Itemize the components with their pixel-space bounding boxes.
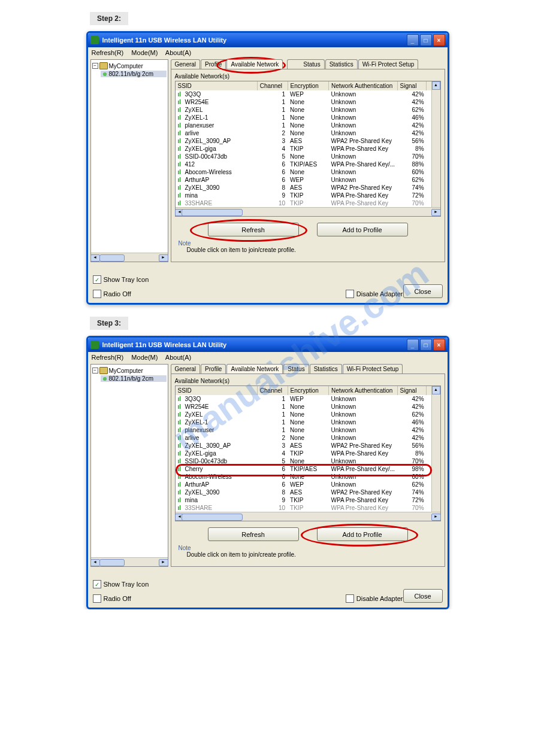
table-row[interactable]: ılarlive2NoneUnknown42% — [176, 129, 440, 137]
signal-icon: ıl — [178, 435, 185, 441]
radio-off-checkbox[interactable]: Radio Off — [93, 290, 298, 298]
col-signal[interactable]: Signal — [397, 81, 426, 90]
table-row[interactable]: ılZyXEL_30908AESWPA2 Pre-Shared Key74% — [176, 488, 440, 496]
table-row[interactable]: ılAbocom-Wireless6NoneUnknown60% — [176, 168, 440, 176]
table-row[interactable]: ılmina9TKIPWPA Pre-Shared Key72% — [176, 496, 440, 504]
scroll-up-icon[interactable]: ▲ — [432, 386, 440, 394]
tree-root[interactable]: − MyComputer — [92, 367, 167, 374]
minimize-button[interactable]: _ — [407, 34, 419, 46]
menu-mode[interactable]: Mode(M) — [131, 49, 158, 56]
tree-child[interactable]: 802.11n/b/g 2cm — [101, 71, 167, 77]
tab-profile[interactable]: Profile — [201, 59, 226, 69]
table-row[interactable]: ılSSID-00c473db5NoneUnknown70% — [176, 457, 440, 465]
tab-general[interactable]: General — [171, 59, 201, 69]
scroll-left-icon[interactable]: ◄ — [90, 254, 100, 262]
maximize-button[interactable]: □ — [420, 339, 432, 351]
show-tray-checkbox[interactable]: ✓ Show Tray Icon — [93, 580, 298, 588]
tab-status[interactable]: Status — [287, 59, 324, 69]
tab-wifi-protect[interactable]: Wi-Fi Protect Setup — [358, 59, 419, 69]
scroll-right-icon[interactable]: ► — [431, 514, 441, 521]
table-row[interactable]: ılarlive2NoneUnknown42% — [176, 434, 440, 442]
table-row[interactable]: ılZyXEL_30908AESWPA2 Pre-Shared Key74% — [176, 184, 440, 192]
table-row[interactable]: ılZyXEL-giga4TKIPWPA Pre-Shared Key8% — [176, 450, 440, 457]
menu-about[interactable]: About(A) — [165, 49, 191, 56]
tab-status[interactable]: Status — [283, 364, 309, 374]
table-row[interactable]: ılZyXEL-giga4TKIPWPA Pre-Shared Key8% — [176, 145, 440, 153]
tree-scrollbar[interactable]: ◄ ► — [91, 253, 168, 262]
refresh-button[interactable]: Refresh — [208, 527, 299, 541]
col-ssid[interactable]: SSID — [176, 81, 258, 90]
menu-mode[interactable]: Mode(M) — [131, 354, 158, 361]
close-window-button[interactable]: × — [433, 339, 445, 351]
scroll-right-icon[interactable]: ► — [431, 209, 441, 216]
table-row[interactable]: ılWR254E1NoneUnknown42% — [176, 98, 440, 106]
note-text: Double click on item to join/create prof… — [179, 247, 437, 253]
table-row[interactable]: ılZyXEL_3090_AP3AESWPA2 Pre-Shared Key56… — [176, 442, 440, 450]
tree-root[interactable]: − MyComputer — [92, 62, 167, 69]
tab-available-network[interactable]: Available Network — [226, 364, 283, 374]
tree-child[interactable]: 802.11n/b/g 2cm — [101, 375, 167, 382]
table-row[interactable]: ıl3Q3Q1WEPUnknown42% — [176, 90, 440, 98]
col-auth[interactable]: Network Authentication — [329, 386, 398, 395]
table-row[interactable]: ıl4126TKIP/AESWPA Pre-Shared Key/...88% — [176, 160, 440, 168]
refresh-button[interactable]: Refresh — [208, 223, 299, 236]
tab-statistics[interactable]: Statistics — [310, 364, 342, 374]
maximize-button[interactable]: □ — [420, 34, 432, 46]
table-hscroll[interactable]: ◄ ► — [176, 512, 440, 521]
close-window-button[interactable]: × — [433, 34, 445, 46]
col-signal[interactable]: Signal — [397, 386, 426, 395]
signal-icon: ıl — [178, 505, 185, 511]
table-row[interactable]: ılArthurAP6WEPUnknown62% — [176, 176, 440, 184]
table-row[interactable]: ılmina9TKIPWPA Pre-Shared Key72% — [176, 192, 440, 199]
close-button[interactable]: Close — [403, 284, 443, 298]
scroll-right-icon[interactable]: ► — [159, 559, 168, 566]
disable-adapter-checkbox[interactable]: Disable Adapter — [346, 594, 403, 603]
table-row[interactable]: ılplanexuser1NoneUnknown42% — [176, 426, 440, 434]
table-vscroll[interactable]: ▲ — [431, 386, 440, 512]
tab-statistics[interactable]: Statistics — [325, 59, 358, 69]
table-row[interactable]: ılplanexuser1NoneUnknown42% — [176, 122, 440, 129]
table-row[interactable]: ılZyXEL_3090_AP3AESWPA2 Pre-Shared Key56… — [176, 137, 440, 145]
table-hscroll[interactable]: ◄ ► — [176, 207, 440, 216]
table-row[interactable]: ılAbocom-Wireless6NoneUnknown60% — [176, 473, 440, 481]
tab-profile[interactable]: Profile — [201, 364, 226, 374]
table-row[interactable]: ılArthurAP6WEPUnknown62% — [176, 481, 440, 488]
device-tree: − MyComputer 802.11n/b/g 2cm ◄ ► — [90, 364, 168, 567]
col-encryption[interactable]: Encryption — [288, 386, 328, 395]
table-row[interactable]: ılWR254E1NoneUnknown42% — [176, 403, 440, 411]
table-row[interactable]: ılZyXEL1NoneUnknown62% — [176, 106, 440, 114]
minimize-button[interactable]: _ — [407, 339, 419, 351]
table-vscroll[interactable]: ▲ — [431, 81, 440, 208]
col-auth[interactable]: Network Authentication — [329, 81, 398, 90]
collapse-icon[interactable]: − — [92, 63, 98, 69]
scroll-up-icon[interactable]: ▲ — [432, 81, 440, 90]
show-tray-checkbox[interactable]: ✓ Show Tray Icon — [93, 275, 298, 284]
col-ssid[interactable]: SSID — [176, 386, 258, 395]
tab-wifi-protect[interactable]: Wi-Fi Protect Setup — [343, 364, 403, 374]
scroll-right-icon[interactable]: ► — [159, 254, 168, 262]
menu-about[interactable]: About(A) — [165, 354, 191, 361]
table-row-partial[interactable]: ıl33SHARE 10 TKIP WPA Pre-Shared Key 70% — [176, 504, 440, 512]
disable-adapter-checkbox[interactable]: Disable Adapter — [346, 290, 403, 298]
add-to-profile-button[interactable]: Add to Profile — [317, 527, 408, 541]
col-channel[interactable]: Channel — [257, 81, 288, 90]
table-row[interactable]: ılCherry6TKIP/AESWPA Pre-Shared Key/...9… — [176, 465, 440, 473]
scroll-left-icon[interactable]: ◄ — [90, 559, 100, 566]
tree-scrollbar[interactable]: ◄ ► — [91, 557, 168, 566]
table-row[interactable]: ılZyXEL1NoneUnknown62% — [176, 411, 440, 418]
radio-off-checkbox[interactable]: Radio Off — [93, 594, 298, 603]
menu-refresh[interactable]: Refresh(R) — [92, 49, 124, 56]
col-encryption[interactable]: Encryption — [288, 81, 328, 90]
table-row-partial[interactable]: ıl33SHARE 10 TKIP WPA Pre-Shared Key 70% — [176, 199, 440, 207]
collapse-icon[interactable]: − — [92, 368, 98, 374]
col-channel[interactable]: Channel — [257, 386, 288, 395]
tab-general[interactable]: General — [171, 364, 201, 374]
table-row[interactable]: ılZyXEL-11NoneUnknown46% — [176, 418, 440, 426]
table-row[interactable]: ıl3Q3Q1WEPUnknown42% — [176, 395, 440, 403]
add-to-profile-button[interactable]: Add to Profile — [317, 223, 408, 236]
close-button[interactable]: Close — [403, 589, 443, 603]
menu-refresh[interactable]: Refresh(R) — [92, 354, 124, 361]
table-row[interactable]: ılZyXEL-11NoneUnknown46% — [176, 114, 440, 122]
table-row[interactable]: ılSSID-00c473db5NoneUnknown70% — [176, 153, 440, 160]
tab-available-network[interactable]: Available Network — [226, 59, 283, 69]
